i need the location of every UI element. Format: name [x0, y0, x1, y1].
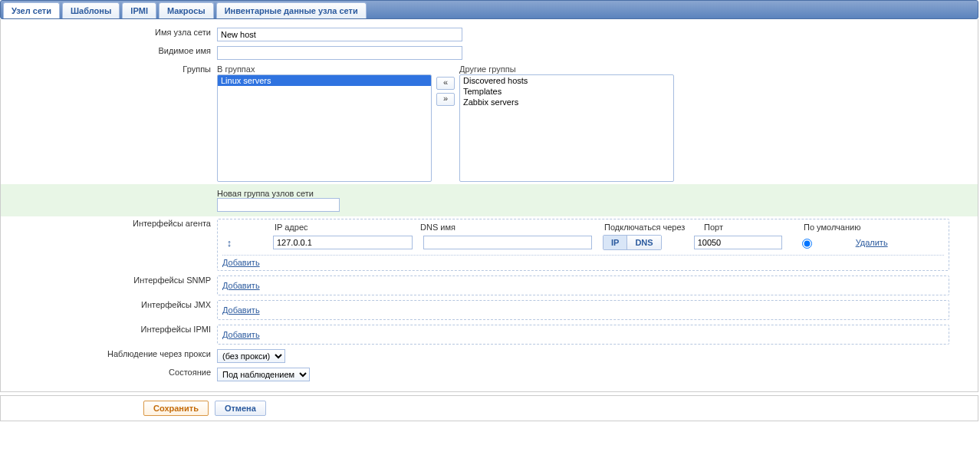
status-select[interactable]: Под наблюдением [217, 368, 310, 381]
port-input[interactable] [694, 236, 782, 249]
label-hostname: Имя узла сети [1, 25, 214, 44]
tab-macros[interactable]: Макросы [159, 2, 214, 18]
label-proxy: Наблюдение через прокси [1, 347, 214, 365]
move-right-button[interactable]: » [436, 93, 455, 106]
add-snmp-interface-link[interactable]: Добавить [222, 281, 260, 290]
snmp-interfaces-block: Добавить [217, 275, 949, 295]
label-in-groups: В группах [217, 64, 432, 74]
agent-interfaces-block: IP адрес DNS имя Подключаться через Порт… [217, 219, 949, 271]
tab-inventory[interactable]: Инвентарные данные узла сети [216, 2, 367, 18]
connect-dns-button[interactable]: DNS [627, 236, 660, 249]
label-new-group: Новая группа узлов сети [217, 189, 975, 198]
interface-row: ↕ IP DNS Удалить [222, 235, 944, 256]
cancel-button[interactable]: Отмена [215, 401, 266, 416]
col-header-ip: IP адрес [275, 223, 420, 232]
tab-host[interactable]: Узел сети [3, 2, 60, 18]
jmx-interfaces-block: Добавить [217, 300, 949, 320]
form-panel: Имя узла сети Видимое имя Группы В групп… [0, 19, 978, 392]
dns-input[interactable] [423, 236, 592, 249]
ip-input[interactable] [273, 236, 413, 249]
footer-bar: Сохранить Отмена [0, 395, 978, 421]
label-visible-name: Видимое имя [1, 44, 214, 62]
col-header-connect: Подключаться через [604, 223, 704, 232]
hostname-input[interactable] [217, 28, 462, 41]
label-ipmi-interfaces: Интерфейсы IPMI [1, 322, 214, 347]
add-agent-interface-link[interactable]: Добавить [222, 258, 260, 267]
label-agent-interfaces: Интерфейсы агента [1, 216, 214, 273]
ipmi-interfaces-block: Добавить [217, 325, 949, 345]
move-left-button[interactable]: « [436, 77, 455, 90]
new-group-input[interactable] [217, 198, 340, 212]
connect-ip-button[interactable]: IP [603, 236, 627, 249]
col-header-dns: DNS имя [420, 223, 604, 232]
other-groups-listbox[interactable]: Discovered hosts Templates Zabbix server… [459, 74, 674, 182]
connect-via-toggle: IP DNS [603, 235, 662, 250]
drag-handle-icon[interactable]: ↕ [224, 237, 235, 249]
label-other-groups: Другие группы [459, 64, 674, 74]
label-jmx-interfaces: Интерфейсы JMX [1, 298, 214, 322]
label-groups: Группы [1, 62, 214, 184]
list-item[interactable]: Templates [460, 86, 673, 97]
save-button[interactable]: Сохранить [143, 401, 209, 416]
list-item[interactable]: Zabbix servers [460, 97, 673, 107]
col-header-default: По умолчанию [804, 223, 860, 232]
visible-name-input[interactable] [217, 46, 462, 60]
add-ipmi-interface-link[interactable]: Добавить [222, 330, 260, 339]
tab-ipmi[interactable]: IPMI [122, 2, 156, 18]
delete-interface-link[interactable]: Удалить [856, 238, 888, 247]
label-status: Состояние [1, 365, 214, 384]
tab-templates[interactable]: Шаблоны [62, 2, 120, 18]
list-item[interactable]: Discovered hosts [460, 75, 673, 86]
in-groups-listbox[interactable]: Linux servers [217, 74, 432, 182]
proxy-select[interactable]: (без прокси) [217, 349, 285, 363]
col-header-port: Порт [704, 223, 804, 232]
tabs-bar: Узел сети Шаблоны IPMI Макросы Инвентарн… [0, 0, 978, 19]
default-radio[interactable] [802, 239, 812, 249]
add-jmx-interface-link[interactable]: Добавить [222, 305, 260, 315]
label-snmp-interfaces: Интерфейсы SNMP [1, 273, 214, 298]
list-item[interactable]: Linux servers [218, 75, 431, 86]
